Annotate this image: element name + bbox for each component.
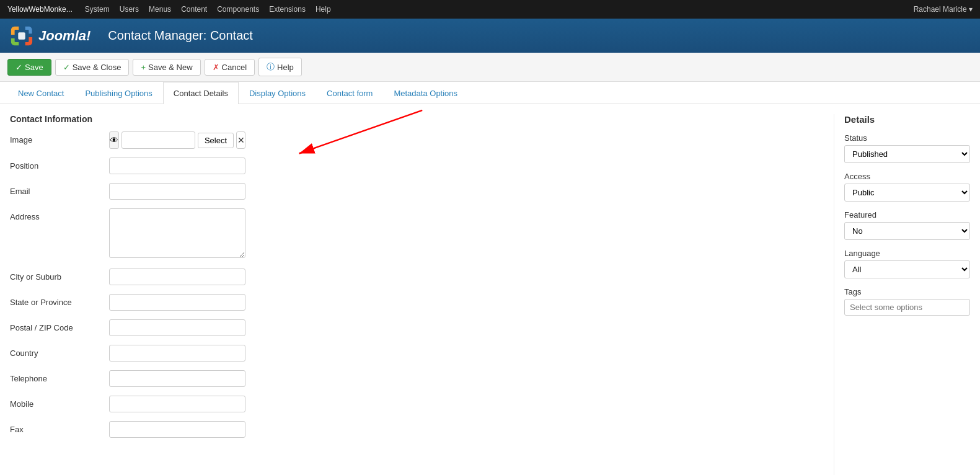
telephone-input[interactable] — [109, 370, 245, 387]
nav-users[interactable]: Users — [120, 5, 139, 14]
address-label: Address — [10, 208, 109, 221]
nav-help[interactable]: Help — [316, 5, 331, 14]
image-clear-button[interactable]: ✕ — [236, 131, 245, 149]
image-select-button[interactable]: Select — [198, 133, 234, 148]
language-label: Language — [844, 249, 970, 258]
tab-new-contact[interactable]: New Contact — [7, 82, 74, 104]
help-button[interactable]: ⓘ Help — [258, 58, 302, 76]
postal-label: Postal / ZIP Code — [10, 319, 109, 332]
nav-menus[interactable]: Menus — [149, 5, 171, 14]
featured-label: Featured — [844, 210, 970, 220]
tab-contact-form[interactable]: Contact form — [316, 82, 383, 104]
status-field: Status Published Unpublished Archived Tr… — [844, 133, 970, 163]
main-content: Contact Information Image 👁 Select ✕ Po — [0, 104, 980, 475]
site-title[interactable]: YellowWebMonke... — [7, 5, 73, 14]
state-control — [109, 294, 245, 311]
country-label: Country — [10, 345, 109, 358]
joomla-logo-text: Joomla! — [38, 28, 90, 44]
mobile-label: Mobile — [10, 396, 109, 409]
sidebar-title: Details — [844, 114, 970, 125]
access-field: Access Public Registered Special Super U… — [844, 172, 970, 202]
svg-rect-0 — [18, 32, 25, 39]
toolbar: ✓ Save ✓ Save & Close + Save & New ✗ Can… — [0, 53, 980, 82]
state-input[interactable] — [109, 294, 245, 311]
postal-field-row: Postal / ZIP Code — [10, 319, 821, 336]
save-close-button[interactable]: ✓ Save & Close — [55, 59, 130, 76]
tab-contact-details[interactable]: Contact Details — [163, 82, 239, 104]
top-bar-nav: System Users Menus Content Components Ex… — [85, 5, 331, 14]
language-select[interactable]: All — [844, 260, 970, 278]
checkmark-icon: ✓ — [63, 63, 70, 72]
tab-publishing-options[interactable]: Publishing Options — [74, 82, 162, 104]
image-control: 👁 Select ✕ — [109, 131, 245, 149]
position-input[interactable] — [109, 158, 245, 174]
cancel-button[interactable]: ✗ Cancel — [205, 59, 255, 76]
nav-components[interactable]: Components — [217, 5, 259, 14]
mobile-input[interactable] — [109, 396, 245, 412]
tags-input[interactable] — [844, 299, 970, 316]
telephone-control — [109, 370, 245, 387]
nav-content[interactable]: Content — [181, 5, 207, 14]
cancel-label: Cancel — [222, 63, 247, 72]
featured-select[interactable]: No Yes — [844, 222, 970, 240]
fax-label: Fax — [10, 421, 109, 434]
city-field-row: City or Suburb — [10, 269, 821, 285]
state-label: State or Province — [10, 294, 109, 307]
fax-field-row: Fax — [10, 421, 821, 438]
city-label: City or Suburb — [10, 269, 109, 282]
country-input[interactable] — [109, 345, 245, 362]
email-input[interactable] — [109, 183, 245, 200]
top-bar-left: YellowWebMonke... System Users Menus Con… — [7, 5, 331, 14]
postal-control — [109, 319, 245, 336]
page-title: Contact Manager: Contact — [108, 29, 252, 43]
country-field-row: Country — [10, 345, 821, 362]
position-field-row: Position — [10, 158, 821, 174]
language-field: Language All — [844, 249, 970, 278]
image-group: 👁 Select ✕ — [109, 131, 245, 149]
image-label: Image — [10, 131, 109, 144]
sidebar: Details Status Published Unpublished Arc… — [834, 114, 970, 475]
fax-control — [109, 421, 245, 438]
help-icon: ⓘ — [267, 61, 275, 73]
status-label: Status — [844, 133, 970, 143]
tab-display-options[interactable]: Display Options — [239, 82, 316, 104]
position-label: Position — [10, 158, 109, 171]
country-control — [109, 345, 245, 362]
city-input[interactable] — [109, 269, 245, 285]
eye-button[interactable]: 👁 — [109, 131, 119, 149]
top-bar: YellowWebMonke... System Users Menus Con… — [0, 0, 980, 19]
position-control — [109, 158, 245, 174]
joomla-logo: Joomla! — [10, 24, 90, 48]
address-control — [109, 208, 245, 260]
save-new-button[interactable]: + Save & New — [133, 59, 200, 76]
status-select[interactable]: Published Unpublished Archived Trashed — [844, 145, 970, 163]
email-field-row: Email — [10, 183, 821, 200]
save-new-label: Save & New — [148, 63, 193, 72]
image-input[interactable] — [121, 131, 195, 149]
address-textarea[interactable] — [109, 208, 245, 258]
save-close-label: Save & Close — [73, 63, 121, 72]
state-field-row: State or Province — [10, 294, 821, 311]
save-button[interactable]: ✓ Save — [7, 59, 51, 76]
tags-field: Tags — [844, 287, 970, 316]
form-area: Contact Information Image 👁 Select ✕ Po — [10, 114, 834, 475]
tab-metadata-options[interactable]: Metadata Options — [383, 82, 468, 104]
nav-system[interactable]: System — [85, 5, 110, 14]
city-control — [109, 269, 245, 285]
featured-field: Featured No Yes — [844, 210, 970, 240]
user-menu[interactable]: Rachael Maricle ▾ — [914, 5, 973, 14]
mobile-control — [109, 396, 245, 412]
save-label: Save — [25, 63, 43, 72]
access-label: Access — [844, 172, 970, 181]
mobile-field-row: Mobile — [10, 396, 821, 412]
nav-extensions[interactable]: Extensions — [269, 5, 306, 14]
plus-icon: + — [141, 63, 146, 72]
joomla-logo-icon — [10, 24, 33, 48]
postal-input[interactable] — [109, 319, 245, 336]
fax-input[interactable] — [109, 421, 245, 438]
telephone-field-row: Telephone — [10, 370, 821, 387]
help-label: Help — [277, 63, 294, 72]
image-field-row: Image 👁 Select ✕ — [10, 131, 821, 149]
access-select[interactable]: Public Registered Special Super Users — [844, 184, 970, 202]
header-bar: Joomla! Contact Manager: Contact — [0, 19, 980, 53]
